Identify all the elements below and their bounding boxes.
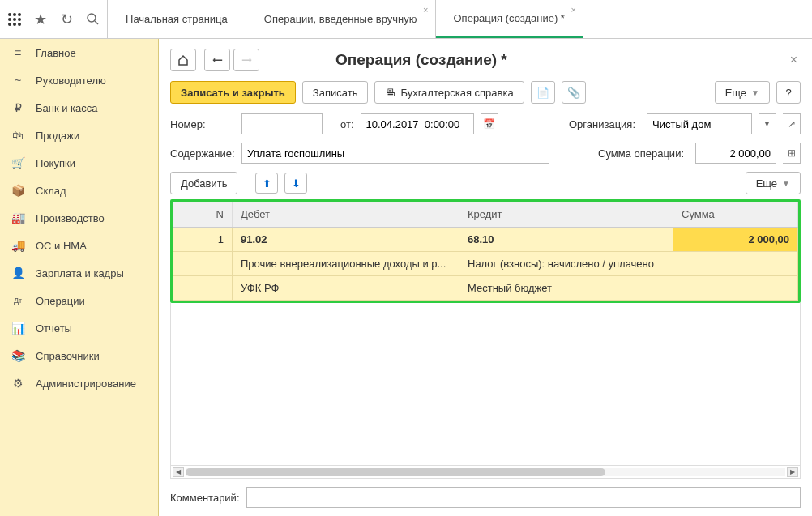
close-icon[interactable]: ×: [423, 5, 428, 15]
search-icon[interactable]: [84, 11, 100, 28]
attach-button[interactable]: 📎: [562, 81, 586, 104]
table-more-button[interactable]: Еще▼: [746, 172, 801, 194]
acct-reference-button[interactable]: 🖶Бухгалтерская справка: [374, 81, 524, 104]
sidebar-item-purchases[interactable]: 🛒Покупки: [0, 149, 158, 177]
scroll-right-icon[interactable]: ▶: [787, 467, 798, 477]
svg-point-2: [18, 13, 21, 16]
forward-button[interactable]: 🠖: [233, 49, 259, 71]
close-icon[interactable]: ×: [571, 5, 575, 15]
entries-grid: N Дебет Кредит Сумма 1 91.02 68.10 2 000…: [170, 199, 801, 303]
sidebar-item-payroll[interactable]: 👤Зарплата и кадры: [0, 259, 158, 287]
gear-icon: ⚙: [11, 377, 24, 390]
tab-operation-create[interactable]: Операция (создание) *×: [436, 0, 583, 38]
col-header-debit[interactable]: Дебет: [233, 202, 459, 227]
sum-input[interactable]: [695, 143, 776, 164]
close-doc-button[interactable]: ×: [787, 49, 801, 70]
svg-point-5: [18, 18, 21, 21]
svg-point-0: [8, 13, 11, 16]
svg-point-9: [88, 14, 96, 22]
comment-input[interactable]: [246, 487, 801, 508]
org-label: Организация:: [569, 118, 635, 130]
home-button[interactable]: [170, 49, 196, 71]
svg-point-1: [13, 13, 16, 16]
history-icon[interactable]: ↻: [58, 11, 75, 28]
box-icon: 📦: [11, 184, 24, 197]
star-icon[interactable]: ★: [32, 11, 49, 28]
table-row[interactable]: Прочие внереализационные доходы и р... Н…: [173, 252, 798, 276]
from-label: от:: [340, 118, 354, 130]
number-input[interactable]: [241, 113, 323, 134]
col-header-sum[interactable]: Сумма: [673, 202, 798, 227]
calculator-icon[interactable]: ⊞: [783, 143, 801, 164]
move-down-button[interactable]: ⬇: [284, 173, 307, 194]
help-button[interactable]: ?: [776, 81, 801, 104]
truck-icon: 🚚: [11, 239, 24, 252]
sidebar-item-reports[interactable]: 📊Отчеты: [0, 314, 158, 342]
table-row[interactable]: УФК РФ Местный бюджет: [173, 276, 798, 301]
tab-operations-manual[interactable]: Операции, введенные вручную×: [246, 0, 436, 38]
save-button[interactable]: Записать: [302, 81, 369, 104]
scroll-left-icon[interactable]: ◀: [173, 467, 184, 477]
sidebar-item-manager[interactable]: ~Руководителю: [0, 66, 158, 94]
col-header-n[interactable]: N: [173, 202, 233, 227]
sidebar-item-operations[interactable]: ДтОперации: [0, 287, 158, 314]
svg-line-10: [95, 21, 98, 24]
tab-home[interactable]: Начальная страница: [108, 0, 246, 38]
content-label: Содержание:: [170, 147, 235, 160]
books-icon: 📚: [11, 349, 24, 362]
save-close-button[interactable]: Записать и закрыть: [170, 81, 296, 104]
ruble-icon: ₽: [11, 101, 24, 114]
comment-label: Комментарий:: [170, 492, 240, 504]
chart-icon: ~: [11, 74, 24, 87]
cart-icon: 🛒: [11, 156, 24, 169]
sidebar-item-sales[interactable]: 🛍Продажи: [0, 122, 158, 149]
dropdown-icon[interactable]: ▼: [759, 113, 776, 134]
col-header-credit[interactable]: Кредит: [459, 202, 673, 227]
svg-point-8: [18, 23, 21, 26]
sidebar-item-production[interactable]: 🏭Производство: [0, 204, 158, 232]
factory-icon: 🏭: [11, 211, 24, 224]
sum-label: Сумма операции:: [598, 147, 684, 160]
tabs: Начальная страница Операции, введенные в…: [108, 0, 583, 38]
sidebar-item-warehouse[interactable]: 📦Склад: [0, 177, 158, 204]
date-input[interactable]: [361, 113, 474, 134]
svg-point-4: [13, 18, 16, 21]
sidebar-item-main[interactable]: ≡Главное: [0, 39, 158, 66]
open-icon[interactable]: ↗: [783, 113, 801, 134]
svg-point-7: [13, 23, 16, 26]
more-button[interactable]: Еще▼: [715, 81, 770, 104]
sidebar-item-bank[interactable]: ₽Банк и касса: [0, 94, 158, 122]
calendar-icon[interactable]: 📅: [481, 113, 498, 134]
sidebar-item-admin[interactable]: ⚙Администрирование: [0, 369, 158, 397]
sidebar-item-assets[interactable]: 🚚ОС и НМА: [0, 232, 158, 259]
content-input[interactable]: [241, 143, 549, 164]
bag-icon: 🛍: [11, 129, 24, 142]
table-row[interactable]: 1 91.02 68.10 2 000,00: [173, 228, 798, 252]
svg-point-6: [8, 23, 11, 26]
document-button[interactable]: 📄: [531, 81, 555, 104]
apps-icon[interactable]: [6, 11, 23, 28]
sidebar: ≡Главное ~Руководителю ₽Банк и касса 🛍Пр…: [0, 39, 159, 516]
horizontal-scrollbar[interactable]: ◀ ▶: [170, 466, 801, 479]
back-button[interactable]: 🠔: [204, 49, 230, 71]
page-title: Операция (создание) *: [335, 51, 507, 69]
grid-empty-area[interactable]: [170, 303, 801, 466]
menu-icon: ≡: [11, 46, 24, 59]
sidebar-item-catalogs[interactable]: 📚Справочники: [0, 342, 158, 369]
dtkt-icon: Дт: [11, 296, 24, 305]
org-input[interactable]: [647, 113, 752, 134]
number-label: Номер:: [170, 118, 235, 130]
barchart-icon: 📊: [11, 322, 24, 335]
scrollbar-thumb[interactable]: [186, 468, 605, 476]
svg-point-3: [8, 18, 11, 21]
add-button[interactable]: Добавить: [170, 172, 237, 194]
person-icon: 👤: [11, 267, 24, 279]
move-up-button[interactable]: ⬆: [255, 173, 278, 194]
